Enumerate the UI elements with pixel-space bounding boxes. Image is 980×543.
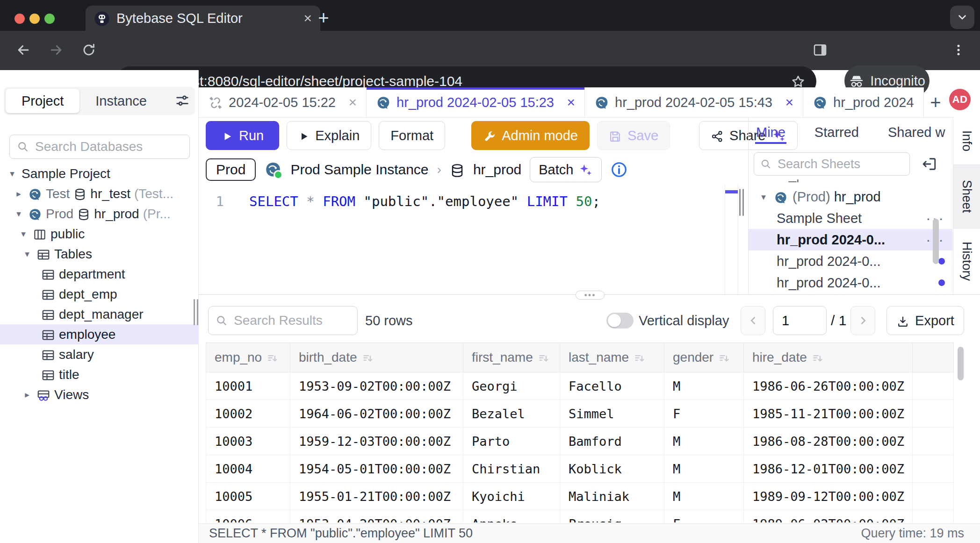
column-header-hire_date[interactable]: hire_date [744, 343, 913, 372]
sheets-tab-shared-w[interactable]: Shared w [888, 121, 945, 144]
database-search-input[interactable] [34, 139, 205, 155]
connection-info-icon[interactable] [610, 161, 628, 179]
tree-item-department[interactable]: department [0, 264, 199, 284]
rail-tab-info[interactable]: Info [953, 117, 980, 164]
sheet-tab-4[interactable]: hr_prod 2024-0 [803, 87, 924, 117]
close-tab-icon[interactable]: × [780, 94, 793, 110]
sidebar-tab-project[interactable]: Project [6, 89, 79, 113]
format-button[interactable]: Format [379, 121, 445, 150]
instance-name[interactable]: Prod Sample Instance [290, 162, 428, 178]
collapse-panel-icon[interactable] [919, 154, 939, 174]
panel-resize-handle[interactable] [739, 189, 744, 216]
result-grid-scrollbar[interactable] [958, 347, 964, 380]
tree-item-dept-emp[interactable]: dept_emp [0, 284, 199, 304]
postgres-icon [813, 94, 828, 110]
column-header-gender[interactable]: gender [664, 343, 744, 372]
new-tab-button[interactable]: + [312, 7, 335, 29]
sheet-tab-3[interactable]: hr_prod 2024-02-05 15:43× [585, 87, 803, 117]
sql-token: 50 [576, 193, 592, 209]
sheet-tab-2[interactable]: hr_prod 2024-02-05 15:23× [367, 87, 585, 117]
vertical-display-toggle[interactable] [606, 313, 634, 329]
table-icon [41, 286, 55, 302]
tree-item-label: employee [59, 327, 115, 342]
maximize-window-button[interactable] [44, 14, 55, 24]
sheet-name: hr_prod 2024-0... [758, 232, 921, 248]
close-tab-icon[interactable]: × [303, 10, 312, 26]
sheet-item-partial[interactable]: hr_prod 2024-0... [749, 179, 952, 186]
sheet-item[interactable]: hr_prod 2024-0...··· [749, 229, 952, 250]
sql-code-line[interactable]: SELECT * FROM "public"."employee" LIMIT … [249, 193, 600, 209]
next-page-button[interactable] [850, 306, 875, 335]
sheet-item[interactable]: Sample Sheet··· [749, 207, 952, 229]
avatar[interactable]: AD [949, 89, 971, 110]
tree-item-employee[interactable]: employee [0, 324, 199, 344]
minimize-window-button[interactable] [29, 14, 40, 24]
sheet-search-input[interactable] [777, 157, 904, 172]
connection-breadcrumb: Prod Prod Sample Instance › hr_prod Batc… [206, 156, 628, 183]
page-number-input[interactable] [773, 306, 827, 335]
forward-icon[interactable] [44, 38, 68, 62]
side-panel-icon[interactable] [808, 38, 832, 62]
prev-page-button[interactable] [741, 306, 765, 335]
table-row: 100041954-05-01T00:00:00ZChirstianKoblic… [206, 455, 954, 483]
reload-icon[interactable] [77, 38, 101, 62]
sidebar-resize-handle[interactable] [194, 299, 198, 325]
filter-sliders-icon[interactable] [174, 93, 190, 109]
table-cell: Simmel [560, 400, 664, 428]
back-icon[interactable] [11, 38, 36, 62]
sheet-group-row[interactable]: ▾(Prod) hr_prod [749, 186, 952, 207]
tree-item-hr-test[interactable]: ▸Testhr_test(Test... [0, 184, 199, 204]
tree-item-title[interactable]: title [0, 364, 199, 385]
tab-search-chevron-button[interactable] [950, 6, 974, 29]
column-header-emp_no[interactable]: emp_no [206, 343, 290, 372]
export-button[interactable]: Export [886, 306, 964, 335]
tree-item-public[interactable]: ▾public [0, 224, 199, 244]
column-header-filler [913, 343, 954, 372]
run-button[interactable]: Run [206, 121, 279, 150]
editor-scrollbar-track[interactable] [725, 184, 738, 295]
column-header-label: emp_no [215, 350, 262, 365]
sidebar-tab-instance[interactable]: Instance [79, 89, 163, 113]
browser-tab[interactable]: Bytebase SQL Editor × [86, 6, 320, 31]
tree-item-salary[interactable]: salary [0, 344, 199, 364]
batch-mode-button[interactable]: Batch [530, 157, 602, 182]
database-name[interactable]: hr_prod [473, 162, 521, 178]
unlink-icon [208, 94, 223, 110]
sql-token: "public"."employee" [355, 193, 527, 209]
column-header-birth_date[interactable]: birth_date [290, 343, 463, 372]
tree-item-tables[interactable]: ▾Tables [0, 244, 199, 264]
sheet-item[interactable]: hr_prod 2024-0... [749, 272, 952, 291]
splitter-drag-pill[interactable]: ••• [576, 291, 605, 300]
column-header-last_name[interactable]: last_name [560, 343, 664, 372]
sheets-tab-starred[interactable]: Starred [814, 121, 859, 144]
results-search-input[interactable] [233, 313, 351, 329]
close-tab-icon[interactable]: × [562, 94, 575, 110]
save-button[interactable]: Save [597, 121, 670, 150]
sheet-item[interactable]: hr_prod 2024-0... [749, 250, 952, 272]
tree-item-sample-project[interactable]: ▾Sample Project [0, 164, 199, 184]
close-tab-icon[interactable]: × [344, 94, 357, 110]
close-window-button[interactable] [14, 14, 25, 24]
column-header-first_name[interactable]: first_name [463, 343, 560, 372]
chevron-down-icon: ▾ [13, 208, 24, 219]
tree-item-dept-manager[interactable]: dept_manager [0, 304, 199, 324]
rail-tab-history[interactable]: History [953, 229, 980, 294]
download-icon [896, 313, 909, 329]
explain-button[interactable]: Explain [287, 121, 371, 150]
add-sheet-tab-button[interactable]: + [925, 92, 946, 113]
sheet-tab-label: 2024-02-05 15:22 [229, 95, 336, 110]
tree-item-label: Views [54, 387, 89, 402]
tree-item-hr-prod[interactable]: ▾Prodhr_prod(Pr... [0, 204, 199, 224]
tree-item-label: dept_emp [59, 287, 117, 302]
sheet-tab-1[interactable]: 2024-02-05 15:22× [199, 87, 367, 117]
table-cell: Facello [560, 372, 664, 400]
bytebase-favicon-icon [94, 10, 110, 26]
browser-menu-icon[interactable] [946, 38, 971, 62]
rail-tab-sheet[interactable]: Sheet [953, 164, 980, 229]
sheet-list-scrollbar[interactable] [933, 219, 939, 264]
sheets-tab-mine[interactable]: Mine [756, 121, 785, 144]
sheet-tab-label: hr_prod 2024-0 [833, 95, 914, 110]
tree-item-views[interactable]: ▸Views [0, 385, 199, 405]
environment-badge[interactable]: Prod [206, 158, 256, 181]
admin-mode-button[interactable]: Admin mode [471, 121, 590, 150]
